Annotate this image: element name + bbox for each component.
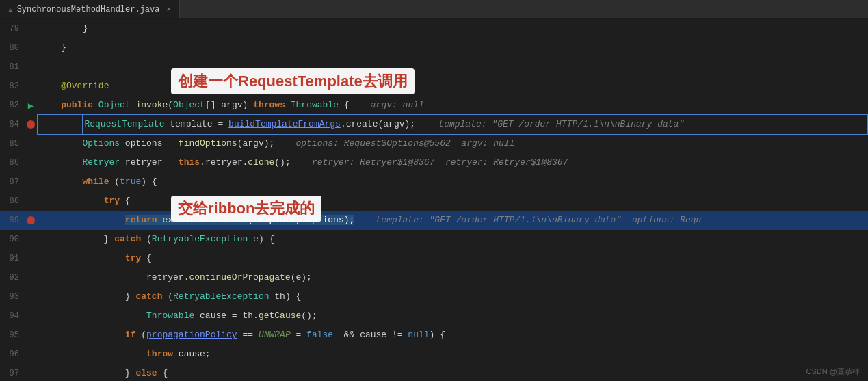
line-content: try { <box>37 192 868 211</box>
line-number: 93 <box>0 292 25 302</box>
tab-bar: ☕ SynchronousMethodHandler.java × <box>0 0 868 19</box>
line-number: 90 <box>0 235 25 244</box>
table-row: 81 <box>0 57 868 77</box>
table-row: 88 try { <box>0 192 868 211</box>
line-content <box>37 57 868 77</box>
table-row: 84 RequestTemplate template = buildTempl… <box>0 115 868 134</box>
table-row: 80 } <box>0 38 868 57</box>
file-tab[interactable]: ☕ SynchronousMethodHandler.java × <box>0 0 180 18</box>
line-content: Options options = findOptions(argv); opt… <box>37 134 868 153</box>
table-row: 93 } catch (RetryableException th) { <box>0 287 868 306</box>
tab-close-button[interactable]: × <box>166 5 171 14</box>
line-number: 95 <box>0 330 25 340</box>
line-content: Retryer retryer = this.retryer.clone(); … <box>37 153 868 172</box>
line-number: 79 <box>0 24 25 34</box>
line-number: 91 <box>0 254 25 263</box>
breakpoint-icon <box>27 120 35 129</box>
line-number: 96 <box>0 350 25 359</box>
line-number: 82 <box>0 81 25 91</box>
editor-container: 创建一个RequestTemplate去调用 交给ribbon去完成的 79 }… <box>0 19 868 381</box>
breakpoint-icon <box>27 216 35 224</box>
line-indicator <box>25 216 37 224</box>
table-row: 94 Throwable cause = th.getCause(); <box>0 306 868 326</box>
table-row: 91 try { <box>0 249 868 268</box>
line-content: try { <box>37 249 868 268</box>
line-number: 88 <box>0 196 25 206</box>
line-content: throw cause; <box>37 345 868 364</box>
line-number: 81 <box>0 62 25 72</box>
line-number: 89 <box>0 215 25 225</box>
table-row: 95 if (propagationPolicy == UNWRAP = fal… <box>0 326 868 345</box>
line-number: 92 <box>0 273 25 283</box>
tab-label: SynchronousMethodHandler.java <box>17 5 160 14</box>
line-content: return executeAndDecode(template, option… <box>37 211 868 230</box>
line-number: 84 <box>0 120 25 129</box>
table-row: 87 while (true) { <box>0 172 868 192</box>
line-content: if (propagationPolicy == UNWRAP = false … <box>37 326 868 345</box>
table-row: 85 Options options = findOptions(argv); … <box>0 134 868 153</box>
table-row: 83 ▶ public Object invoke(Object[] argv)… <box>0 96 868 115</box>
line-indicator <box>25 120 37 129</box>
line-number: 97 <box>0 369 25 378</box>
line-indicator: ▶ <box>25 100 37 111</box>
table-row: 79 } <box>0 19 868 38</box>
line-content: } catch (RetryableException e) { <box>37 230 868 249</box>
table-row: 89 return executeAndDecode(template, opt… <box>0 211 868 230</box>
line-content: RequestTemplate template = buildTemplate… <box>37 114 868 135</box>
line-content: while (true) { <box>37 172 868 192</box>
line-content: Throwable cause = th.getCause(); <box>37 306 868 326</box>
line-content: @Override <box>37 77 868 96</box>
code-editor[interactable]: 79 } 80 } 81 <box>0 19 868 381</box>
watermark: CSDN @豆恭样 <box>806 367 860 377</box>
line-content: } else { <box>37 364 868 381</box>
line-content: public Object invoke(Object[] argv) thro… <box>37 96 868 115</box>
line-number: 86 <box>0 158 25 168</box>
table-row: 97 } else { <box>0 364 868 381</box>
line-content: } catch (RetryableException th) { <box>37 287 868 306</box>
line-number: 94 <box>0 311 25 321</box>
line-number: 83 <box>0 101 25 110</box>
line-number: 85 <box>0 139 25 148</box>
line-content: } <box>37 38 868 57</box>
table-row: 92 retryer.continueOrPropagate(e); <box>0 268 868 287</box>
table-row: 96 throw cause; <box>0 345 868 364</box>
java-file-icon: ☕ <box>8 5 13 14</box>
table-row: 86 Retryer retryer = this.retryer.clone(… <box>0 153 868 172</box>
table-row: 90 } catch (RetryableException e) { <box>0 230 868 249</box>
debug-arrow-icon: ▶ <box>28 100 34 111</box>
line-number: 87 <box>0 177 25 187</box>
table-row: 82 @Override <box>0 77 868 96</box>
line-number: 80 <box>0 43 25 53</box>
line-content: retryer.continueOrPropagate(e); <box>37 268 868 287</box>
code-lines: 79 } 80 } 81 <box>0 19 868 381</box>
line-content: } <box>37 19 868 38</box>
